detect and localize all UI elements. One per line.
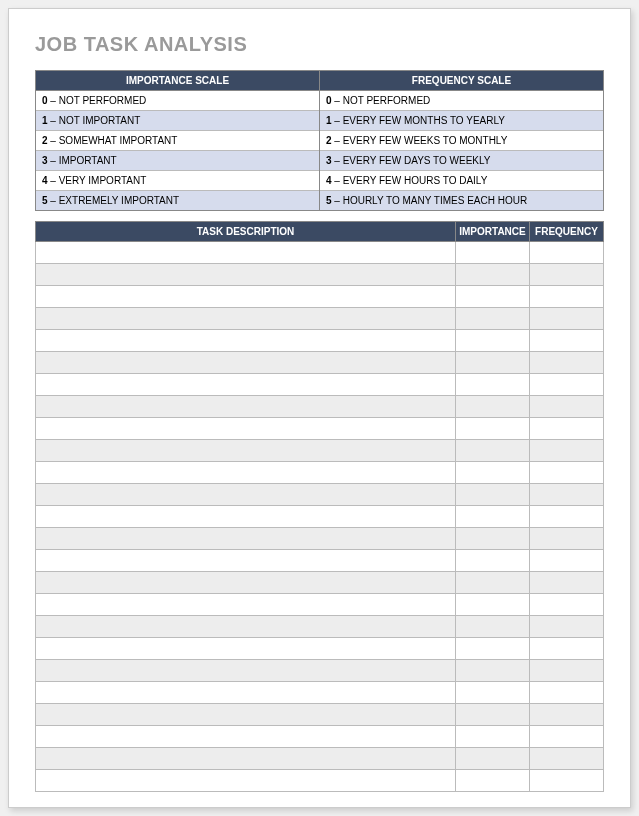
task-cell-frequency[interactable]	[530, 770, 604, 792]
task-row	[36, 374, 604, 396]
task-cell-frequency[interactable]	[530, 242, 604, 264]
task-cell-importance[interactable]	[456, 506, 530, 528]
task-cell-importance[interactable]	[456, 330, 530, 352]
task-cell-importance[interactable]	[456, 264, 530, 286]
task-header-description: TASK DESCRIPTION	[36, 222, 456, 242]
task-cell-importance[interactable]	[456, 418, 530, 440]
task-cell-frequency[interactable]	[530, 550, 604, 572]
task-cell-importance[interactable]	[456, 286, 530, 308]
task-cell-description[interactable]	[36, 374, 456, 396]
task-cell-frequency[interactable]	[530, 462, 604, 484]
task-cell-description[interactable]	[36, 286, 456, 308]
scale-label: – EVERY FEW MONTHS TO YEARLY	[332, 115, 505, 126]
task-row	[36, 572, 604, 594]
task-header-importance: IMPORTANCE	[456, 222, 530, 242]
task-cell-importance[interactable]	[456, 396, 530, 418]
task-cell-importance[interactable]	[456, 440, 530, 462]
task-cell-description[interactable]	[36, 616, 456, 638]
scale-label: – NOT PERFORMED	[332, 95, 431, 106]
task-cell-frequency[interactable]	[530, 264, 604, 286]
task-row	[36, 242, 604, 264]
task-cell-frequency[interactable]	[530, 286, 604, 308]
task-cell-frequency[interactable]	[530, 484, 604, 506]
task-cell-importance[interactable]	[456, 616, 530, 638]
frequency-scale-row: 0 – NOT PERFORMED	[320, 91, 603, 111]
task-row	[36, 286, 604, 308]
task-cell-frequency[interactable]	[530, 440, 604, 462]
task-row	[36, 484, 604, 506]
task-cell-frequency[interactable]	[530, 748, 604, 770]
task-cell-importance[interactable]	[456, 660, 530, 682]
importance-scale-header: IMPORTANCE SCALE	[36, 71, 319, 91]
task-cell-importance[interactable]	[456, 572, 530, 594]
task-cell-description[interactable]	[36, 594, 456, 616]
task-cell-frequency[interactable]	[530, 528, 604, 550]
task-row	[36, 506, 604, 528]
task-cell-description[interactable]	[36, 264, 456, 286]
task-cell-description[interactable]	[36, 352, 456, 374]
task-cell-description[interactable]	[36, 638, 456, 660]
task-cell-frequency[interactable]	[530, 704, 604, 726]
task-cell-frequency[interactable]	[530, 506, 604, 528]
task-cell-importance[interactable]	[456, 594, 530, 616]
task-cell-description[interactable]	[36, 242, 456, 264]
task-cell-importance[interactable]	[456, 682, 530, 704]
task-cell-importance[interactable]	[456, 550, 530, 572]
page-title: JOB TASK ANALYSIS	[35, 33, 604, 56]
task-cell-frequency[interactable]	[530, 330, 604, 352]
task-cell-description[interactable]	[36, 704, 456, 726]
task-cell-frequency[interactable]	[530, 682, 604, 704]
scale-label: – SOMEWHAT IMPORTANT	[48, 135, 178, 146]
task-cell-importance[interactable]	[456, 462, 530, 484]
task-cell-importance[interactable]	[456, 352, 530, 374]
task-cell-importance[interactable]	[456, 748, 530, 770]
task-cell-importance[interactable]	[456, 308, 530, 330]
task-cell-frequency[interactable]	[530, 616, 604, 638]
task-cell-importance[interactable]	[456, 484, 530, 506]
task-cell-description[interactable]	[36, 506, 456, 528]
task-cell-description[interactable]	[36, 726, 456, 748]
task-row	[36, 682, 604, 704]
task-cell-description[interactable]	[36, 682, 456, 704]
task-cell-description[interactable]	[36, 484, 456, 506]
task-cell-importance[interactable]	[456, 704, 530, 726]
task-cell-importance[interactable]	[456, 242, 530, 264]
task-cell-frequency[interactable]	[530, 308, 604, 330]
task-cell-frequency[interactable]	[530, 594, 604, 616]
task-cell-description[interactable]	[36, 748, 456, 770]
task-header-frequency: FREQUENCY	[530, 222, 604, 242]
scale-label: – EVERY FEW HOURS TO DAILY	[332, 175, 488, 186]
task-cell-frequency[interactable]	[530, 352, 604, 374]
task-cell-frequency[interactable]	[530, 418, 604, 440]
task-cell-description[interactable]	[36, 770, 456, 792]
task-cell-description[interactable]	[36, 330, 456, 352]
task-row	[36, 264, 604, 286]
task-cell-frequency[interactable]	[530, 638, 604, 660]
importance-scale-row: 3 – IMPORTANT	[36, 151, 319, 171]
task-cell-description[interactable]	[36, 418, 456, 440]
task-cell-frequency[interactable]	[530, 374, 604, 396]
task-cell-description[interactable]	[36, 660, 456, 682]
scale-label: – EVERY FEW DAYS TO WEEKLY	[332, 155, 491, 166]
task-row	[36, 594, 604, 616]
task-cell-description[interactable]	[36, 308, 456, 330]
task-row	[36, 440, 604, 462]
task-cell-description[interactable]	[36, 440, 456, 462]
task-cell-description[interactable]	[36, 462, 456, 484]
task-cell-frequency[interactable]	[530, 726, 604, 748]
task-cell-frequency[interactable]	[530, 660, 604, 682]
task-cell-importance[interactable]	[456, 770, 530, 792]
task-cell-importance[interactable]	[456, 726, 530, 748]
task-cell-frequency[interactable]	[530, 572, 604, 594]
task-cell-frequency[interactable]	[530, 396, 604, 418]
task-table: TASK DESCRIPTION IMPORTANCE FREQUENCY	[35, 221, 604, 792]
task-cell-importance[interactable]	[456, 638, 530, 660]
task-cell-description[interactable]	[36, 572, 456, 594]
task-cell-description[interactable]	[36, 550, 456, 572]
task-cell-importance[interactable]	[456, 374, 530, 396]
task-cell-description[interactable]	[36, 528, 456, 550]
scale-label: – HOURLY TO MANY TIMES EACH HOUR	[332, 195, 528, 206]
task-cell-description[interactable]	[36, 396, 456, 418]
task-cell-importance[interactable]	[456, 528, 530, 550]
importance-scale-column: IMPORTANCE SCALE 0 – NOT PERFORMED 1 – N…	[36, 71, 319, 210]
